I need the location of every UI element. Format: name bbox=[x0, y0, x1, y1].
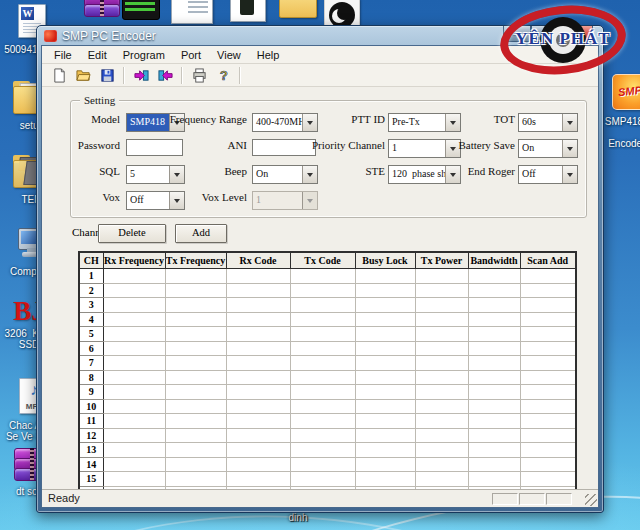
table-cell[interactable] bbox=[165, 414, 226, 429]
table-cell[interactable] bbox=[468, 399, 520, 414]
table-cell[interactable] bbox=[103, 298, 165, 313]
table-cell[interactable] bbox=[468, 312, 520, 327]
tot-combo[interactable]: 60s bbox=[518, 113, 578, 132]
table-cell[interactable] bbox=[520, 385, 576, 400]
table-cell[interactable] bbox=[355, 356, 415, 371]
table-cell[interactable] bbox=[165, 283, 226, 298]
table-cell[interactable] bbox=[520, 399, 576, 414]
channel-number-cell[interactable]: 1 bbox=[79, 269, 103, 284]
table-cell[interactable] bbox=[103, 443, 165, 458]
table-cell[interactable] bbox=[103, 370, 165, 385]
minimize-button[interactable]: — bbox=[503, 26, 531, 42]
table-cell[interactable] bbox=[468, 443, 520, 458]
table-cell[interactable] bbox=[165, 356, 226, 371]
table-cell[interactable] bbox=[520, 457, 576, 472]
table-cell[interactable] bbox=[415, 356, 468, 371]
maximize-button[interactable]: ▢ bbox=[531, 26, 559, 42]
table-cell[interactable] bbox=[355, 399, 415, 414]
new-file-icon[interactable] bbox=[47, 65, 71, 86]
delete-channel-button[interactable]: Delete bbox=[98, 224, 166, 243]
table-cell[interactable] bbox=[226, 399, 290, 414]
table-cell[interactable] bbox=[468, 283, 520, 298]
resize-grip-icon[interactable] bbox=[585, 494, 597, 506]
channel-number-cell[interactable]: 10 bbox=[79, 399, 103, 414]
channel-number-cell[interactable]: 2 bbox=[79, 283, 103, 298]
table-cell[interactable] bbox=[290, 457, 355, 472]
table-cell[interactable] bbox=[290, 298, 355, 313]
desktop-icon-document[interactable] bbox=[162, 0, 222, 28]
table-cell[interactable] bbox=[520, 298, 576, 313]
table-cell[interactable] bbox=[520, 443, 576, 458]
table-cell[interactable] bbox=[103, 457, 165, 472]
table-cell[interactable] bbox=[290, 443, 355, 458]
table-cell[interactable] bbox=[355, 269, 415, 284]
table-cell[interactable] bbox=[103, 269, 165, 284]
table-cell[interactable] bbox=[415, 370, 468, 385]
table-cell[interactable] bbox=[415, 457, 468, 472]
table-cell[interactable] bbox=[520, 327, 576, 342]
menu-help[interactable]: Help bbox=[249, 48, 288, 62]
table-cell[interactable] bbox=[226, 457, 290, 472]
table-cell[interactable] bbox=[415, 312, 468, 327]
table-cell[interactable] bbox=[290, 327, 355, 342]
channel-number-cell[interactable]: 15 bbox=[79, 472, 103, 487]
table-cell[interactable] bbox=[468, 472, 520, 487]
table-cell[interactable] bbox=[226, 269, 290, 284]
table-cell[interactable] bbox=[355, 283, 415, 298]
table-cell[interactable] bbox=[165, 385, 226, 400]
channel-number-cell[interactable]: 9 bbox=[79, 385, 103, 400]
table-cell[interactable] bbox=[103, 428, 165, 443]
table-cell[interactable] bbox=[226, 298, 290, 313]
table-cell[interactable] bbox=[520, 370, 576, 385]
table-cell[interactable] bbox=[103, 341, 165, 356]
table-cell[interactable] bbox=[103, 283, 165, 298]
table-cell[interactable] bbox=[520, 414, 576, 429]
table-cell[interactable] bbox=[415, 443, 468, 458]
table-cell[interactable] bbox=[290, 428, 355, 443]
table-cell[interactable] bbox=[226, 443, 290, 458]
table-cell[interactable] bbox=[415, 327, 468, 342]
table-cell[interactable] bbox=[520, 341, 576, 356]
table-cell[interactable] bbox=[165, 298, 226, 313]
menu-program[interactable]: Program bbox=[115, 48, 173, 62]
save-file-icon[interactable] bbox=[95, 65, 119, 86]
table-cell[interactable] bbox=[468, 341, 520, 356]
table-cell[interactable] bbox=[290, 312, 355, 327]
table-cell[interactable] bbox=[355, 298, 415, 313]
write-to-radio-icon[interactable] bbox=[153, 65, 177, 86]
table-cell[interactable] bbox=[103, 472, 165, 487]
channel-number-cell[interactable]: 8 bbox=[79, 370, 103, 385]
channel-number-cell[interactable]: 3 bbox=[79, 298, 103, 313]
table-cell[interactable] bbox=[226, 414, 290, 429]
open-file-icon[interactable] bbox=[71, 65, 95, 86]
table-cell[interactable] bbox=[355, 385, 415, 400]
table-cell[interactable] bbox=[415, 341, 468, 356]
channel-number-cell[interactable]: 11 bbox=[79, 414, 103, 429]
table-cell[interactable] bbox=[165, 370, 226, 385]
table-cell[interactable] bbox=[468, 269, 520, 284]
print-icon[interactable] bbox=[187, 65, 211, 86]
table-cell[interactable] bbox=[290, 269, 355, 284]
table-cell[interactable] bbox=[165, 399, 226, 414]
close-button[interactable]: ✕ bbox=[559, 26, 593, 42]
table-cell[interactable] bbox=[355, 428, 415, 443]
table-cell[interactable] bbox=[290, 341, 355, 356]
table-cell[interactable] bbox=[226, 283, 290, 298]
table-cell[interactable] bbox=[415, 428, 468, 443]
chevron-down-icon[interactable] bbox=[562, 166, 577, 183]
table-cell[interactable] bbox=[520, 472, 576, 487]
read-from-radio-icon[interactable] bbox=[129, 65, 153, 86]
table-cell[interactable] bbox=[355, 457, 415, 472]
table-cell[interactable] bbox=[415, 472, 468, 487]
table-cell[interactable] bbox=[103, 312, 165, 327]
table-cell[interactable] bbox=[165, 341, 226, 356]
table-cell[interactable] bbox=[415, 414, 468, 429]
menu-file[interactable]: File bbox=[46, 48, 80, 62]
table-cell[interactable] bbox=[520, 269, 576, 284]
channel-number-cell[interactable]: 7 bbox=[79, 356, 103, 371]
table-cell[interactable] bbox=[468, 327, 520, 342]
table-cell[interactable] bbox=[520, 428, 576, 443]
channel-number-cell[interactable]: 6 bbox=[79, 341, 103, 356]
channel-number-cell[interactable]: 5 bbox=[79, 327, 103, 342]
table-cell[interactable] bbox=[355, 370, 415, 385]
